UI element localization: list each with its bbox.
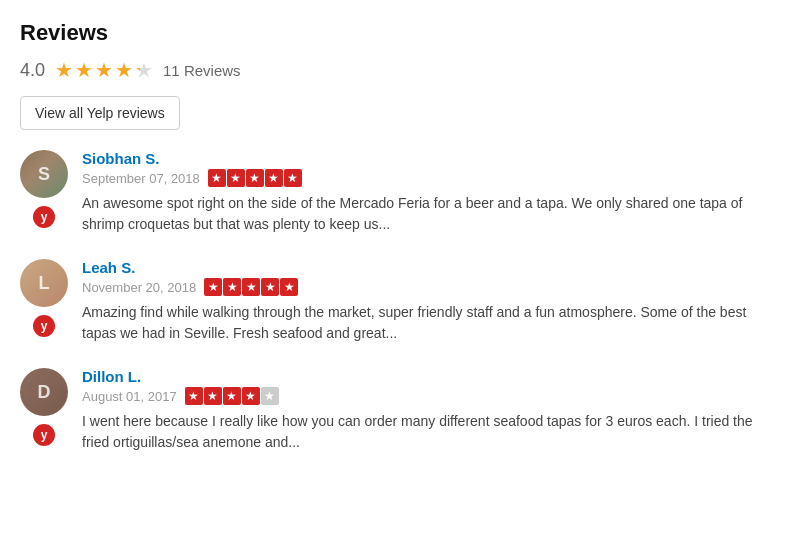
review-date: September 07, 2018	[82, 171, 200, 186]
review-star	[204, 278, 222, 296]
review-meta: August 01, 2017	[82, 387, 772, 405]
avatar-initial: L	[20, 259, 68, 307]
review-star	[242, 387, 260, 405]
review-date: August 01, 2017	[82, 389, 177, 404]
review-meta: November 20, 2018	[82, 278, 772, 296]
review-item: D y Dillon L. August 01, 2017 I went her…	[20, 368, 772, 453]
review-star	[265, 169, 283, 187]
reviewer-name: Leah S.	[82, 259, 772, 276]
review-content: Leah S. November 20, 2018 Amazing find w…	[82, 259, 772, 344]
review-star	[227, 169, 245, 187]
avatar: S	[20, 150, 68, 198]
review-item: S y Siobhan S. September 07, 2018 An awe…	[20, 150, 772, 235]
review-star	[246, 169, 264, 187]
review-star	[204, 387, 222, 405]
rating-stars: ★ ★ ★ ★ ★★	[55, 58, 153, 82]
page-title: Reviews	[20, 20, 772, 46]
avatar: L	[20, 259, 68, 307]
avatar-initial: S	[20, 150, 68, 198]
reviews-list: S y Siobhan S. September 07, 2018 An awe…	[20, 150, 772, 453]
review-text: An awesome spot right on the side of the…	[82, 193, 772, 235]
avatar-initial: D	[20, 368, 68, 416]
reviewer-name: Dillon L.	[82, 368, 772, 385]
star-3: ★	[95, 58, 113, 82]
review-content: Siobhan S. September 07, 2018 An awesome…	[82, 150, 772, 235]
review-star	[261, 387, 279, 405]
review-meta: September 07, 2018	[82, 169, 772, 187]
review-stars	[185, 387, 279, 405]
review-content: Dillon L. August 01, 2017 I went here be…	[82, 368, 772, 453]
review-star	[284, 169, 302, 187]
rating-value: 4.0	[20, 60, 45, 81]
review-star	[223, 278, 241, 296]
review-date: November 20, 2018	[82, 280, 196, 295]
review-stars	[204, 278, 298, 296]
view-all-yelp-button[interactable]: View all Yelp reviews	[20, 96, 180, 130]
review-left-col: L y	[20, 259, 68, 337]
review-text: Amazing find while walking through the m…	[82, 302, 772, 344]
yelp-icon: y	[33, 315, 55, 337]
review-item: L y Leah S. November 20, 2018 Amazing fi…	[20, 259, 772, 344]
yelp-icon: y	[33, 424, 55, 446]
star-2: ★	[75, 58, 93, 82]
review-star	[242, 278, 260, 296]
review-stars	[208, 169, 302, 187]
review-star	[261, 278, 279, 296]
review-star	[223, 387, 241, 405]
yelp-icon: y	[33, 206, 55, 228]
review-star	[185, 387, 203, 405]
star-5: ★★	[135, 58, 153, 82]
reviewer-name: Siobhan S.	[82, 150, 772, 167]
review-star	[280, 278, 298, 296]
review-count: 11 Reviews	[163, 62, 241, 79]
overall-rating-row: 4.0 ★ ★ ★ ★ ★★ 11 Reviews	[20, 58, 772, 82]
review-text: I went here because I really like how yo…	[82, 411, 772, 453]
review-left-col: S y	[20, 150, 68, 228]
star-4: ★	[115, 58, 133, 82]
avatar: D	[20, 368, 68, 416]
review-star	[208, 169, 226, 187]
review-left-col: D y	[20, 368, 68, 446]
star-1: ★	[55, 58, 73, 82]
